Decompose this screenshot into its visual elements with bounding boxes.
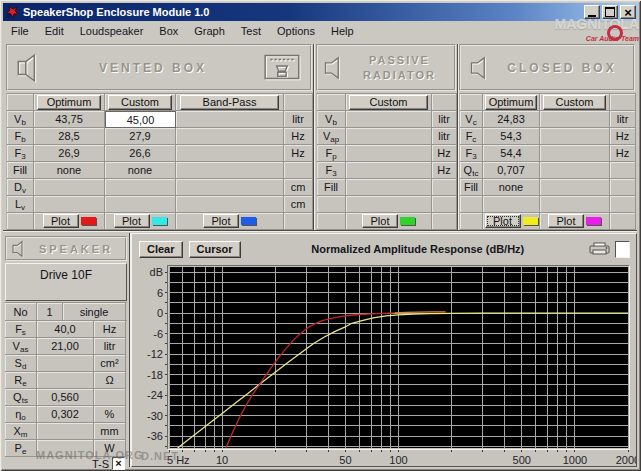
menu-options[interactable]: Options bbox=[269, 23, 323, 40]
passive-plot-button[interactable]: Plot bbox=[362, 214, 398, 228]
value-cell bbox=[105, 196, 176, 213]
vented-bandpass-button[interactable]: Band-Pass bbox=[180, 95, 278, 110]
ts-parameters-control[interactable]: T-S bbox=[92, 457, 125, 470]
section-title: CLOSED BOX bbox=[491, 61, 633, 75]
corner-cell bbox=[7, 94, 34, 111]
speaker-parameters-table: Fs40,0HzVas21,00litrSdcm²ReΩQts0,560ηo0,… bbox=[5, 320, 127, 457]
value-cell bbox=[176, 111, 284, 128]
button-cell: Optimum bbox=[34, 94, 105, 111]
unit-label: Hz bbox=[610, 128, 636, 145]
param-label: Fs bbox=[5, 321, 37, 338]
value-cell bbox=[37, 372, 94, 389]
menu-test[interactable]: Test bbox=[233, 23, 269, 40]
corner-cell bbox=[460, 213, 483, 230]
param-label: Fill bbox=[460, 179, 483, 196]
section-title: VENTED BOX bbox=[44, 61, 262, 75]
value-cell bbox=[176, 179, 284, 196]
value-cell bbox=[346, 162, 432, 179]
param-label: Dv bbox=[7, 179, 34, 196]
x-axis-label: 10 bbox=[216, 454, 228, 466]
plot-cell: Plot bbox=[346, 213, 432, 230]
plot-color-swatch bbox=[152, 217, 167, 225]
value-cell: 0,707 bbox=[483, 162, 540, 179]
value-cell bbox=[176, 145, 284, 162]
unit-label: cm bbox=[284, 179, 313, 196]
unit-label: Hz bbox=[610, 145, 636, 162]
unit-cell bbox=[432, 94, 457, 111]
passive-custom-button[interactable]: Custom bbox=[349, 95, 427, 110]
chart-clear-button[interactable]: Clear bbox=[139, 241, 183, 258]
chart-cursor-button[interactable]: Cursor bbox=[189, 241, 241, 258]
param-label: Qts bbox=[5, 389, 37, 406]
close-button[interactable] bbox=[620, 5, 636, 19]
unit-label bbox=[432, 179, 457, 196]
x-axis-label: 50 bbox=[339, 454, 351, 466]
param-label: F3 bbox=[7, 145, 34, 162]
value-cell bbox=[105, 179, 176, 196]
value-cell[interactable]: 45,00 bbox=[105, 111, 176, 128]
unit-label: Hz bbox=[432, 145, 457, 162]
unit-label: Ω bbox=[94, 372, 126, 389]
plot-cell: Plot bbox=[34, 213, 105, 230]
vented-plot-button[interactable]: Plot bbox=[114, 214, 150, 228]
menu-file[interactable]: File bbox=[3, 23, 37, 40]
chart-background-swatch[interactable] bbox=[615, 241, 630, 258]
plot-cell: Plot bbox=[483, 213, 540, 230]
param-label: Re bbox=[5, 372, 37, 389]
chart-header: ClearCursorNormalized Amplitude Response… bbox=[139, 240, 630, 258]
closed-custom-button[interactable]: Custom bbox=[543, 95, 606, 110]
menu-loudspeaker[interactable]: Loudspeaker bbox=[72, 23, 152, 40]
unit-label bbox=[432, 196, 457, 213]
value-cell: none bbox=[483, 179, 540, 196]
corner-cell bbox=[317, 213, 346, 230]
param-label: Fb bbox=[7, 128, 34, 145]
unit-cell bbox=[432, 213, 457, 230]
vented-optimum-button[interactable]: Optimum bbox=[37, 95, 101, 110]
menu-box[interactable]: Box bbox=[151, 23, 186, 40]
no-value[interactable]: 1 bbox=[37, 303, 63, 321]
ts-label: T-S bbox=[92, 458, 109, 470]
unit-label: W bbox=[94, 440, 126, 457]
printer-icon[interactable] bbox=[589, 242, 611, 256]
minimize-button[interactable] bbox=[584, 5, 600, 19]
maximize-button[interactable] bbox=[602, 5, 618, 19]
menu-help[interactable]: Help bbox=[323, 23, 362, 40]
unit-cell bbox=[610, 94, 636, 111]
value-cell[interactable]: 27,9 bbox=[105, 128, 176, 145]
minimize-icon bbox=[588, 15, 596, 17]
closed-plot-button[interactable]: Plot bbox=[485, 214, 521, 228]
param-label: Fc bbox=[460, 128, 483, 145]
menu-graph[interactable]: Graph bbox=[186, 23, 233, 40]
unit-cell bbox=[284, 94, 313, 111]
value-cell bbox=[540, 196, 610, 213]
speaker-panel: SPEAKER Drive 10F No 1 single Fs40,0HzVa… bbox=[4, 233, 129, 467]
menu-edit[interactable]: Edit bbox=[37, 23, 72, 40]
driver-name-button[interactable]: Drive 10F bbox=[5, 263, 127, 301]
plot-color-swatch bbox=[400, 217, 415, 225]
closed-optimum-button[interactable]: Optimum bbox=[485, 95, 537, 110]
x-axis-label: 5 Hz bbox=[167, 454, 190, 466]
value-cell bbox=[346, 145, 432, 162]
unit-label: Hz bbox=[432, 162, 457, 179]
value-cell: 24,83 bbox=[483, 111, 540, 128]
param-label: Vb bbox=[7, 111, 34, 128]
passive-radiator-header: PASSIVE RADIATOR bbox=[316, 44, 456, 91]
value-cell[interactable]: none bbox=[105, 162, 176, 179]
corner-cell bbox=[7, 213, 34, 230]
plot-cell: Plot bbox=[105, 213, 176, 230]
unit-label: Hz bbox=[94, 321, 126, 338]
speaker-icon bbox=[469, 54, 491, 82]
value-cell[interactable]: 26,6 bbox=[105, 145, 176, 162]
ts-checkbox[interactable] bbox=[112, 457, 125, 470]
mode-toggle[interactable]: single bbox=[63, 303, 126, 321]
vented-plot-button[interactable]: Plot bbox=[43, 214, 79, 228]
closed-plot-button[interactable]: Plot bbox=[548, 214, 584, 228]
vented-custom-button[interactable]: Custom bbox=[108, 95, 172, 110]
param-label: Fill bbox=[7, 162, 34, 179]
vented-plot-button[interactable]: Plot bbox=[203, 214, 239, 228]
corner-cell bbox=[317, 94, 346, 111]
panel-divider bbox=[457, 44, 458, 230]
panel-divider bbox=[313, 44, 314, 230]
button-cell: Custom bbox=[346, 94, 432, 111]
y-axis-label: -36 bbox=[147, 430, 163, 442]
